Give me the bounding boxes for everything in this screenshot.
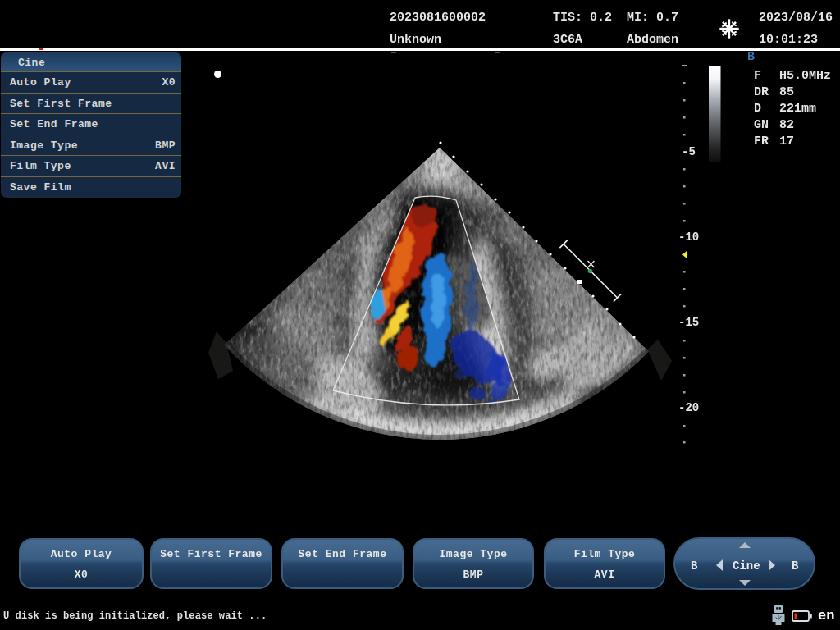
svg-text:Cine: Cine [733,559,760,573]
svg-text:B: B [792,559,799,573]
svg-text:B: B [691,559,698,573]
